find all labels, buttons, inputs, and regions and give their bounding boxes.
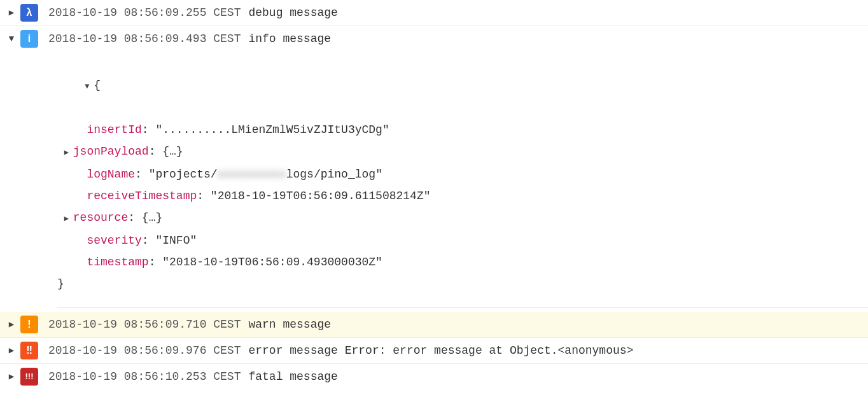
json-key[interactable]: timestamp [87,256,148,268]
expand-toggle[interactable]: ▶ [3,316,20,333]
json-toggle[interactable]: ▶ [64,142,73,164]
log-message: debug message [248,4,337,22]
json-value[interactable]: "INFO" [155,234,197,247]
log-row-fatal[interactable]: ▶ !!! 2018-10-19 08:56:10.253 CEST fatal… [0,364,868,389]
redacted-text: xxxxxxxxxx [218,168,286,181]
json-toggle[interactable]: ▶ [64,208,73,230]
json-key[interactable]: resource [73,211,128,224]
fatal-icon: !!! [20,368,38,386]
json-value[interactable]: "projects/xxxxxxxxxxlogs/pino_log" [149,168,382,181]
expand-toggle[interactable]: ▶ [3,342,20,359]
json-toggle[interactable]: ▼ [85,76,94,97]
brace: { [94,79,101,92]
json-value[interactable]: "2018-10-19T06:56:09.611508214Z" [211,190,431,202]
expand-toggle[interactable]: ▼ [3,30,20,48]
json-value[interactable]: "2018-10-19T06:56:09.493000030Z" [162,256,382,268]
log-row-info[interactable]: ▼ i 2018-10-19 08:56:09.493 CEST info me… [0,26,868,52]
brace: } [57,273,868,295]
timestamp: 2018-10-19 08:56:09.493 CEST [48,30,241,48]
json-key[interactable]: logName [87,168,135,181]
expand-toggle[interactable]: ▶ [3,368,20,386]
json-value[interactable]: {…} [142,211,162,224]
json-key[interactable]: receiveTimestamp [87,190,197,202]
log-message: info message [248,30,331,48]
json-key[interactable]: severity [87,234,141,247]
log-message: error message Error: error message at Ob… [248,342,633,359]
warn-icon: ! [20,316,38,333]
timestamp: 2018-10-19 08:56:09.255 CEST [48,4,241,22]
timestamp: 2018-10-19 08:56:09.710 CEST [48,316,241,333]
timestamp: 2018-10-19 08:56:09.976 CEST [48,342,241,359]
log-row-warn[interactable]: ▶ ! 2018-10-19 08:56:09.710 CEST warn me… [0,312,868,338]
log-row-error[interactable]: ▶ ‼ 2018-10-19 08:56:09.976 CEST error m… [0,338,868,364]
log-json-body: ▼{ insertId: "..........LMienZmlW5ivZJIt… [57,53,868,308]
json-key[interactable]: insertId [87,123,141,136]
timestamp: 2018-10-19 08:56:10.253 CEST [48,368,241,386]
debug-icon: λ [20,4,38,22]
log-message: fatal message [248,368,337,386]
info-icon: i [20,30,38,48]
json-value[interactable]: "..........LMienZmlW5ivZJItU3yCDg" [155,123,389,136]
log-row-debug[interactable]: ▶ λ 2018-10-19 08:56:09.255 CEST debug m… [0,0,868,26]
json-key[interactable]: jsonPayload [73,145,149,158]
json-value[interactable]: {…} [162,145,183,158]
error-icon: ‼ [20,342,38,359]
expand-toggle[interactable]: ▶ [3,4,20,22]
log-message: warn message [248,316,331,333]
